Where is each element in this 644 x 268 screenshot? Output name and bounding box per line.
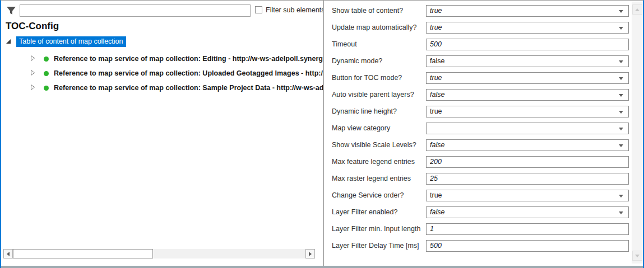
prop-row-dynamic-mode: Dynamic mode? false <box>324 53 632 69</box>
layer-filter-min-input-length-input[interactable] <box>430 225 617 233</box>
page-title: TOC-Config <box>6 21 59 32</box>
timeout-input-wrap[interactable] <box>426 39 629 50</box>
dropdown-arrow-icon[interactable] <box>619 211 623 214</box>
dropdown-value: false <box>430 208 444 216</box>
prop-label: Layer Filter Delay Time [ms] <box>332 242 426 250</box>
tree-node-label[interactable]: Reference to map service of map collecti… <box>54 69 323 77</box>
dropdown-arrow-icon[interactable] <box>619 10 623 13</box>
scroll-left-icon[interactable] <box>3 249 13 258</box>
prop-row-layer-filter-enabled: Layer Filter enabled? false <box>324 204 632 220</box>
show-table-of-content-dropdown[interactable]: true <box>426 5 629 17</box>
dynamic-line-height-dropdown[interactable]: true <box>426 106 629 117</box>
prop-row-show-table-of-content: Show table of content? true <box>324 2 632 19</box>
prop-row-show-visible-scale-levels: Show visible Scale Levels? false <box>324 137 632 153</box>
max-raster-legend-entries-input[interactable] <box>430 175 617 182</box>
prop-row-max-raster-legend-entries: Max raster legend entries <box>324 170 632 187</box>
filter-icon <box>6 5 17 16</box>
tree-panel: Filter sub elements TOC-Config Table of … <box>1 1 323 264</box>
tree-root-label[interactable]: Table of content of map collection <box>16 36 126 47</box>
dropdown-arrow-icon[interactable] <box>619 60 623 63</box>
timeout-input[interactable] <box>430 40 617 48</box>
tree-root-node[interactable]: Table of content of map collection <box>6 36 126 46</box>
vertical-scrollbar[interactable] <box>632 2 643 264</box>
properties-panel: Show table of content? true Update map a… <box>324 2 632 254</box>
status-dot-icon <box>44 57 49 62</box>
prop-row-timeout: Timeout <box>324 36 632 53</box>
prop-row-auto-visible-parent-layers: Auto visible parent layers? false <box>324 86 632 103</box>
update-map-automatically-dropdown[interactable]: true <box>426 22 629 34</box>
dropdown-value: true <box>430 107 442 115</box>
filter-sub-elements-checkbox[interactable] <box>255 6 262 13</box>
prop-label: Layer Filter min. Input length <box>332 225 426 233</box>
prop-label: Max feature legend entries <box>332 158 426 166</box>
prop-row-update-map-automatically: Update map automatically? true <box>324 19 632 36</box>
prop-label: Auto visible parent layers? <box>332 91 426 98</box>
dropdown-arrow-icon[interactable] <box>619 27 623 30</box>
prop-row-change-service-order: Change Service order? true <box>324 187 632 204</box>
prop-label: Show visible Scale Levels? <box>332 141 426 149</box>
dropdown-value: false <box>430 91 444 98</box>
prop-row-layer-filter-min-input-length: Layer Filter min. Input length <box>324 220 632 237</box>
prop-row-layer-filter-delay-time: Layer Filter Delay Time [ms] <box>324 237 632 254</box>
layer-filter-enabled-dropdown[interactable]: false <box>426 206 629 218</box>
prop-label: Update map automatically? <box>332 23 426 31</box>
expand-arrow-icon[interactable] <box>30 54 35 64</box>
status-dot-icon <box>44 86 49 91</box>
prop-row-dynamic-line-height: Dynamic line height? true <box>324 103 632 120</box>
dropdown-arrow-icon[interactable] <box>619 94 623 97</box>
horizontal-scrollbar-thumb[interactable] <box>13 249 153 258</box>
layer-filter-delay-time-input-wrap[interactable] <box>426 240 629 252</box>
prop-label: Map view category <box>332 124 426 132</box>
scroll-right-icon[interactable] <box>305 249 315 258</box>
dropdown-arrow-icon[interactable] <box>619 77 623 80</box>
prop-label: Button for TOC mode? <box>332 74 426 82</box>
expand-arrow-icon[interactable] <box>30 68 35 78</box>
tree-node-sample-project[interactable]: Reference to map service of map collecti… <box>30 83 323 92</box>
prop-label: Dynamic line height? <box>332 107 426 115</box>
window-bottom-edge <box>1 266 643 268</box>
tree-node-label[interactable]: Reference to map service of map collecti… <box>54 55 323 63</box>
prop-row-max-feature-legend-entries: Max feature legend entries <box>324 153 632 170</box>
prop-label: Change Service order? <box>332 191 426 199</box>
dropdown-arrow-icon[interactable] <box>619 144 623 147</box>
prop-label: Dynamic mode? <box>332 57 426 65</box>
horizontal-scrollbar[interactable] <box>3 249 315 258</box>
prop-row-button-for-toc-mode: Button for TOC mode? true <box>324 69 632 86</box>
prop-label: Show table of content? <box>332 7 426 15</box>
toc-config-window: Filter sub elements TOC-Config Table of … <box>0 0 644 268</box>
layer-filter-min-input-length-input-wrap[interactable] <box>426 223 629 235</box>
prop-label: Timeout <box>332 40 426 48</box>
expand-arrow-icon[interactable] <box>30 83 35 93</box>
collapse-arrow-icon[interactable] <box>6 36 11 46</box>
status-dot-icon <box>44 71 49 76</box>
dropdown-value: false <box>430 141 444 149</box>
dynamic-mode-dropdown[interactable]: false <box>426 55 629 67</box>
scroll-up-icon[interactable] <box>632 4 642 15</box>
max-feature-legend-entries-input-wrap[interactable] <box>426 156 629 168</box>
map-view-category-dropdown[interactable] <box>426 123 629 134</box>
max-feature-legend-entries-input[interactable] <box>430 158 617 166</box>
button-for-toc-mode-dropdown[interactable]: true <box>426 72 629 84</box>
auto-visible-parent-layers-dropdown[interactable]: false <box>426 89 629 101</box>
scroll-down-icon[interactable] <box>632 251 642 261</box>
tree-node-geotagged[interactable]: Reference to map service of map collecti… <box>30 69 323 78</box>
layer-filter-delay-time-input[interactable] <box>430 242 617 250</box>
prop-label: Layer Filter enabled? <box>332 208 426 216</box>
tree-node-label[interactable]: Reference to map service of map collecti… <box>54 84 323 92</box>
prop-row-map-view-category: Map view category <box>324 120 632 137</box>
tree-filter-input[interactable] <box>20 4 251 17</box>
dropdown-arrow-icon[interactable] <box>619 111 623 114</box>
dropdown-value: false <box>430 57 444 65</box>
dropdown-arrow-icon[interactable] <box>619 195 623 198</box>
dropdown-value: true <box>430 74 442 82</box>
show-visible-scale-levels-dropdown[interactable]: false <box>426 139 629 151</box>
dropdown-value: true <box>430 191 442 199</box>
tree-node-editing[interactable]: Reference to map service of map collecti… <box>30 54 323 63</box>
filter-sub-elements-label[interactable]: Filter sub elements <box>266 6 323 14</box>
dropdown-value: true <box>430 7 442 15</box>
max-raster-legend-entries-input-wrap[interactable] <box>426 173 629 185</box>
dropdown-arrow-icon[interactable] <box>619 128 623 130</box>
dropdown-value: true <box>430 23 442 31</box>
prop-label: Max raster legend entries <box>332 175 426 182</box>
change-service-order-dropdown[interactable]: true <box>426 190 629 201</box>
